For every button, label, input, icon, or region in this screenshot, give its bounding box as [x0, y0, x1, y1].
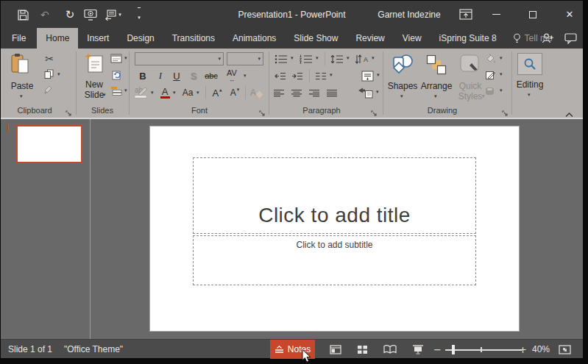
clipboard-dialog-launcher[interactable] — [65, 107, 72, 120]
bullets-dropdown-icon[interactable]: ▾ — [291, 56, 294, 61]
subtitle-placeholder[interactable]: Click to add subtitle — [193, 235, 476, 285]
title-placeholder[interactable]: Click to add title — [193, 157, 476, 234]
align-text-button[interactable] — [360, 69, 375, 82]
zoom-slider-track[interactable] — [445, 349, 522, 351]
align-text-dropdown-icon[interactable]: ▾ — [377, 73, 380, 78]
highlight-dropdown-icon[interactable]: ▾ — [151, 90, 154, 96]
shape-fill-dropdown-icon[interactable]: ▾ — [500, 56, 503, 61]
bold-button[interactable]: B — [136, 69, 149, 82]
clear-formatting-button[interactable]: A — [249, 86, 263, 99]
tab-home[interactable]: Home — [37, 28, 78, 49]
repeat-button[interactable]: ↻ — [61, 6, 79, 24]
section-button[interactable] — [110, 85, 123, 96]
underline-button[interactable]: U — [170, 69, 183, 82]
drawing-dialog-launcher[interactable] — [502, 107, 509, 120]
tab-file[interactable]: File — [1, 28, 37, 49]
font-color-button[interactable]: A — [158, 86, 171, 99]
cut-button[interactable]: ✂ — [42, 52, 57, 65]
columns-button[interactable] — [314, 70, 328, 82]
tab-design[interactable]: Design — [118, 28, 163, 49]
fit-slide-to-window-button[interactable] — [554, 340, 575, 359]
close-button[interactable]: ✕ — [556, 1, 583, 28]
font-size-combobox[interactable]: ▾ — [227, 52, 263, 65]
decrease-indent-button[interactable] — [273, 70, 288, 82]
text-highlight-button[interactable]: ab — [132, 86, 150, 99]
qat-slide-tool-button[interactable]: ▾ — [102, 6, 124, 24]
increase-indent-button[interactable] — [290, 70, 305, 82]
panel-splitter[interactable] — [90, 119, 91, 339]
font-name-combobox[interactable]: ▾ — [135, 52, 224, 65]
tab-animations[interactable]: Animations — [224, 28, 285, 49]
slide-thumbnail-panel[interactable]: 1 — [1, 119, 90, 339]
share-button[interactable] — [542, 32, 554, 47]
normal-view-button[interactable] — [325, 340, 346, 359]
theme-name[interactable]: "Office Theme" — [64, 340, 123, 359]
start-from-beginning-button[interactable] — [82, 6, 99, 24]
shape-outline-button[interactable] — [483, 69, 497, 81]
new-slide-button[interactable]: New Slide ▾ — [79, 51, 110, 103]
tab-slide-show[interactable]: Slide Show — [285, 28, 347, 49]
minimize-button[interactable] — [483, 1, 509, 28]
shapes-button[interactable]: Shapes ▾ — [386, 51, 419, 103]
zoom-out-button[interactable]: − — [433, 340, 442, 359]
character-spacing-button[interactable]: AV ↔ — [223, 69, 241, 82]
columns-dropdown-icon[interactable]: ▾ — [330, 73, 333, 78]
slide-counter[interactable]: Slide 1 of 1 — [8, 340, 52, 359]
layout-dropdown-icon[interactable]: ▾ — [124, 56, 127, 61]
align-left-button[interactable] — [272, 87, 286, 99]
change-case-button[interactable]: Aa — [180, 86, 195, 99]
shape-fill-button[interactable] — [483, 53, 497, 65]
line-spacing-button[interactable] — [329, 53, 345, 65]
reading-view-button[interactable] — [380, 340, 400, 359]
tab-review[interactable]: Review — [347, 28, 393, 49]
slide-sorter-view-button[interactable] — [352, 340, 372, 359]
layout-button[interactable] — [110, 53, 123, 64]
strikethrough-button[interactable]: abc — [202, 69, 220, 82]
numbering-button[interactable] — [298, 53, 314, 65]
align-center-button[interactable] — [289, 87, 304, 99]
copy-button[interactable] — [43, 68, 54, 80]
tab-view[interactable]: View — [394, 28, 431, 49]
copy-dropdown-icon[interactable]: ▾ — [57, 72, 60, 77]
reset-slide-button[interactable] — [110, 69, 123, 80]
text-direction-dropdown-icon[interactable]: ▾ — [372, 56, 375, 61]
format-painter-button[interactable] — [43, 84, 54, 96]
quick-styles-button[interactable]: Quick Styles ▾ — [454, 51, 486, 103]
slide-thumbnail[interactable] — [16, 125, 82, 163]
slideshow-view-button[interactable] — [408, 340, 428, 359]
paste-button[interactable]: Paste ▾ — [5, 51, 39, 103]
editing-button[interactable] — [517, 53, 542, 75]
undo-button[interactable]: ↶ ▾ — [36, 6, 58, 24]
change-case-dropdown-icon[interactable]: ▾ — [196, 90, 199, 96]
tab-transitions[interactable]: Transitions — [163, 28, 224, 49]
account-name[interactable]: Garnet Indezine — [369, 1, 450, 28]
decrease-font-size-button[interactable]: A▾ — [227, 86, 242, 99]
font-color-dropdown-icon[interactable]: ▾ — [173, 90, 176, 96]
tab-ispring-suite[interactable]: iSpring Suite 8 — [431, 28, 506, 49]
justify-button[interactable] — [325, 87, 339, 99]
customize-qat-button[interactable]: ▾ — [130, 6, 148, 24]
arrange-button[interactable]: Arrange ▾ — [419, 51, 453, 103]
ribbon-display-options-button[interactable] — [453, 1, 479, 28]
numbering-dropdown-icon[interactable]: ▾ — [316, 56, 319, 61]
zoom-slider-thumb[interactable] — [452, 345, 455, 354]
line-spacing-dropdown-icon[interactable]: ▾ — [347, 56, 350, 61]
bullets-button[interactable] — [273, 53, 289, 65]
zoom-in-button[interactable]: + — [519, 340, 527, 359]
font-dialog-launcher[interactable] — [259, 107, 266, 120]
save-button[interactable] — [14, 6, 32, 24]
shape-effects-button[interactable] — [483, 85, 497, 97]
shape-effects-dropdown-icon[interactable]: ▾ — [500, 88, 503, 93]
align-right-button[interactable] — [307, 87, 322, 99]
maximize-button[interactable] — [520, 1, 546, 28]
text-shadow-button[interactable]: S — [187, 69, 200, 82]
italic-button[interactable]: I — [154, 69, 167, 82]
zoom-level[interactable]: 40% — [532, 340, 550, 359]
increase-font-size-button[interactable]: A▾ — [210, 86, 224, 99]
shape-outline-dropdown-icon[interactable]: ▾ — [500, 72, 503, 77]
text-direction-button[interactable]: A — [353, 53, 371, 65]
comments-button[interactable] — [564, 33, 577, 47]
section-dropdown-icon[interactable]: ▾ — [124, 88, 127, 93]
convert-to-smartart-button[interactable] — [356, 86, 374, 99]
smartart-dropdown-icon[interactable]: ▾ — [376, 90, 379, 95]
